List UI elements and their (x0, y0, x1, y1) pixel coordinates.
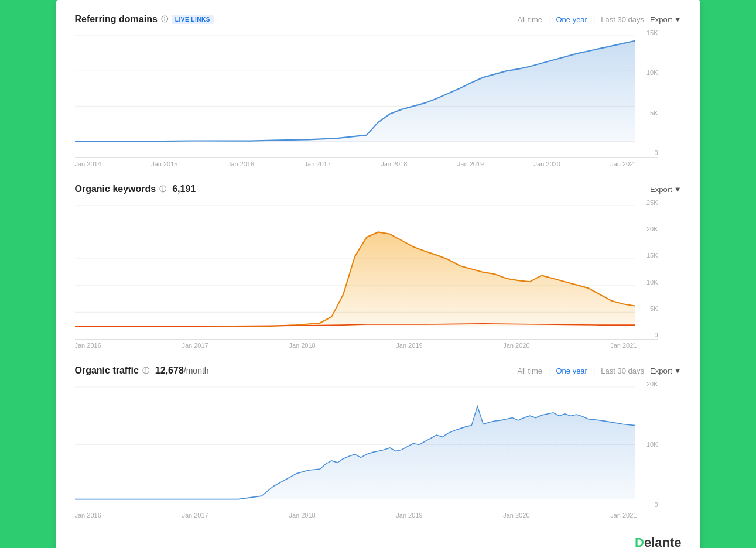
svg-marker-14 (75, 406, 635, 499)
svg-marker-4 (75, 41, 635, 142)
x-label-2021: Jan 2021 (610, 160, 637, 167)
y-label-10k-t: 10K (637, 441, 658, 448)
x-label-kw-2019: Jan 2019 (396, 342, 422, 349)
export-label-2: Export (650, 185, 672, 194)
organic-traffic-title: Organic traffic (75, 365, 139, 376)
delante-logo: D elante (75, 535, 682, 548)
referring-domains-title-group: Referring domains ⓘ LIVE LINKS (75, 14, 214, 25)
all-time-btn-3[interactable]: All time (517, 367, 542, 375)
x-label-2018: Jan 2018 (381, 160, 407, 167)
y-label-15k: 15K (637, 29, 658, 36)
organic-keywords-value: 6,191 (172, 184, 196, 194)
last30-btn-1[interactable]: Last 30 days (601, 15, 644, 24)
x-label-2015: Jan 2015 (151, 160, 177, 167)
sep1: | (548, 15, 550, 24)
x-label-2016: Jan 2016 (228, 160, 254, 167)
organic-keywords-title: Organic keywords (75, 184, 156, 194)
referring-domains-svg (75, 29, 658, 157)
organic-keywords-controls: Export ▼ (650, 185, 681, 194)
x-label-t-2016: Jan 2016 (75, 512, 101, 519)
x-label-kw-2018: Jan 2018 (289, 342, 315, 349)
y-label-15k: 15K (637, 252, 658, 259)
x-label-t-2018: Jan 2018 (289, 512, 315, 519)
organic-traffic-header: Organic traffic ⓘ 12,678/month All time … (75, 365, 682, 376)
referring-domains-controls: All time | One year | Last 30 days Expor… (517, 15, 681, 24)
organic-keywords-section: Organic keywords ⓘ 6,191 Export ▼ (75, 184, 682, 349)
y-label-20k-t: 20K (637, 381, 658, 388)
export-label-3: Export (650, 367, 672, 375)
sep4: | (593, 367, 595, 375)
export-arrow-1: ▼ (674, 15, 682, 24)
x-label-kw-2016: Jan 2016 (75, 342, 101, 349)
export-arrow-2: ▼ (674, 185, 682, 194)
organic-keywords-info-icon[interactable]: ⓘ (159, 184, 166, 194)
one-year-btn-3[interactable]: One year (556, 367, 587, 375)
x-label-2014: Jan 2014 (75, 160, 101, 167)
y-label-10k: 10K (637, 69, 658, 76)
one-year-btn-1[interactable]: One year (556, 15, 587, 24)
organic-keywords-header: Organic keywords ⓘ 6,191 Export ▼ (75, 184, 682, 194)
organic-traffic-info-icon[interactable]: ⓘ (142, 366, 149, 376)
all-time-btn-1[interactable]: All time (517, 15, 542, 24)
organic-keywords-chart-container: 25K 20K 15K 10K 5K 0 Jan 2016 Jan 2017 J… (75, 199, 682, 349)
y-label-0-1: 0 (637, 149, 658, 156)
x-label-t-2021: Jan 2021 (610, 512, 637, 519)
x-label-t-2019: Jan 2019 (396, 512, 422, 519)
organic-traffic-chart-container: 20K 10K 0 Jan 2016 Jan 2017 Jan 2018 Jan… (75, 381, 682, 519)
organic-keywords-y-axis: 25K 20K 15K 10K 5K 0 (637, 199, 658, 340)
sep3: | (548, 367, 550, 375)
organic-traffic-controls: All time | One year | Last 30 days Expor… (517, 367, 681, 375)
logo-d: D (635, 535, 644, 548)
referring-domains-info-icon[interactable]: ⓘ (161, 15, 168, 25)
y-label-25k: 25K (637, 199, 658, 206)
export-label-1: Export (650, 15, 672, 24)
logo-elante: elante (644, 535, 682, 548)
export-arrow-3: ▼ (674, 367, 682, 375)
x-label-2019: Jan 2019 (457, 160, 484, 167)
organic-traffic-section: Organic traffic ⓘ 12,678/month All time … (75, 365, 682, 519)
referring-domains-title: Referring domains (75, 14, 158, 25)
export-btn-3[interactable]: Export ▼ (650, 367, 681, 375)
referring-domains-header: Referring domains ⓘ LIVE LINKS All time … (75, 14, 682, 25)
x-label-t-2020: Jan 2020 (503, 512, 529, 519)
y-label-0-2: 0 (637, 331, 658, 338)
sep2: | (593, 15, 595, 24)
referring-domains-chart: 15K 10K 5K 0 (75, 29, 658, 158)
y-label-5k: 5K (637, 109, 658, 117)
referring-domains-y-axis: 15K 10K 5K 0 (637, 29, 658, 157)
organic-traffic-svg (75, 381, 658, 509)
organic-keywords-title-group: Organic keywords ⓘ 6,191 (75, 184, 196, 194)
organic-keywords-svg (75, 199, 658, 339)
export-btn-2[interactable]: Export ▼ (650, 185, 681, 194)
referring-domains-x-axis: Jan 2014 Jan 2015 Jan 2016 Jan 2017 Jan … (75, 158, 658, 167)
organic-traffic-x-axis: Jan 2016 Jan 2017 Jan 2018 Jan 2019 Jan … (75, 509, 658, 519)
referring-domains-section: Referring domains ⓘ LIVE LINKS All time … (75, 14, 682, 167)
export-btn-1[interactable]: Export ▼ (650, 15, 681, 24)
x-label-kw-2017: Jan 2017 (182, 342, 208, 349)
y-label-20k: 20K (637, 225, 658, 232)
organic-traffic-y-axis: 20K 10K 0 (637, 381, 658, 509)
organic-traffic-chart: 20K 10K 0 (75, 381, 658, 509)
referring-domains-chart-container: 15K 10K 5K 0 Jan 2014 Jan 2015 Jan 2016 … (75, 29, 682, 167)
live-links-badge: LIVE LINKS (172, 15, 214, 24)
y-label-0-t: 0 (637, 501, 658, 508)
last30-btn-3[interactable]: Last 30 days (601, 367, 644, 375)
organic-traffic-value: 12,678/month (155, 365, 209, 376)
x-label-2017: Jan 2017 (305, 160, 331, 167)
x-label-kw-2021: Jan 2021 (610, 342, 637, 349)
x-label-kw-2020: Jan 2020 (503, 342, 529, 349)
x-label-2020: Jan 2020 (534, 160, 560, 167)
organic-keywords-x-axis: Jan 2016 Jan 2017 Jan 2018 Jan 2019 Jan … (75, 340, 658, 349)
x-label-t-2017: Jan 2017 (182, 512, 208, 519)
main-card: Referring domains ⓘ LIVE LINKS All time … (56, 0, 700, 548)
y-label-10k: 10K (637, 279, 658, 286)
y-label-5k: 5K (637, 305, 658, 312)
organic-traffic-title-group: Organic traffic ⓘ 12,678/month (75, 365, 209, 376)
organic-keywords-chart: 25K 20K 15K 10K 5K 0 (75, 199, 658, 340)
